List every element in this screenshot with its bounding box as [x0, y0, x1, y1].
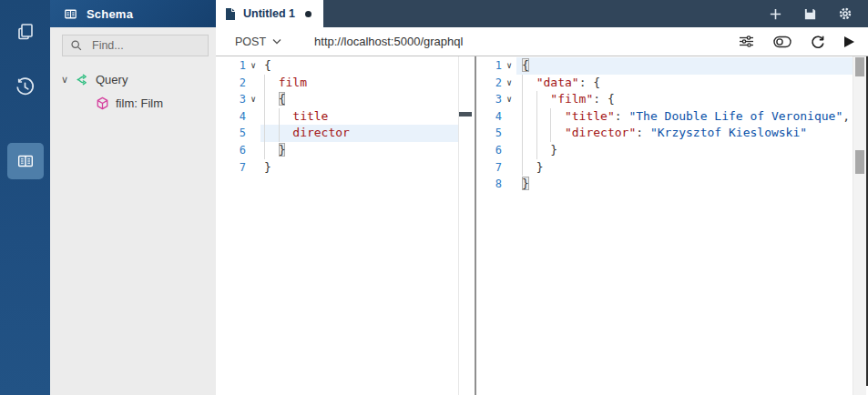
code-line-content[interactable]: {: [260, 57, 458, 75]
code-line[interactable]: 4 title: [216, 108, 458, 126]
nav-schema-docs[interactable]: [0, 137, 50, 186]
save-button[interactable]: [803, 7, 817, 21]
code-line[interactable]: 2 film: [216, 75, 458, 92]
code-line-content[interactable]: }: [516, 159, 853, 177]
tab-title: Untitled 1: [243, 7, 295, 20]
indent-guide: [279, 108, 280, 126]
whitespace: [522, 126, 565, 139]
settings-button[interactable]: [838, 6, 853, 21]
fold-spacer: [246, 108, 260, 126]
code-token: :: [615, 109, 629, 123]
fold-chevron-icon[interactable]: ∨: [502, 91, 516, 108]
line-number: 6: [216, 142, 246, 159]
code-line-content[interactable]: "director": "Krzysztof Kieslowski": [516, 125, 853, 142]
code-line-content[interactable]: }: [260, 159, 458, 177]
line-number: 3: [216, 91, 246, 108]
fold-chevron-icon[interactable]: ∨: [246, 91, 260, 108]
code-token: }: [536, 160, 544, 174]
request-options-button[interactable]: [739, 35, 754, 48]
code-token: "film": [550, 92, 593, 106]
history-icon: [14, 76, 36, 98]
response-editor[interactable]: 1∨{2∨ "data": {3∨ "film": {4 "title": "T…: [476, 57, 868, 193]
toggle-variables-button[interactable]: [773, 35, 791, 48]
refresh-icon: [811, 35, 825, 49]
modified-dot-icon: [305, 11, 311, 17]
code-line[interactable]: 5 "director": "Krzysztof Kieslowski": [476, 125, 853, 142]
scrollbar-thumb[interactable]: [855, 57, 864, 76]
fold-spacer: [502, 176, 516, 193]
query-overview-ruler[interactable]: [458, 56, 475, 395]
whitespace: [264, 143, 279, 157]
url-input[interactable]: http://localhost:5000/graphql: [314, 35, 463, 48]
indent-guide: [279, 125, 280, 142]
code-line[interactable]: 7}: [216, 159, 458, 177]
code-line[interactable]: 6 }: [476, 142, 853, 159]
method-select[interactable]: POST: [235, 35, 281, 48]
tab-bar: Untitled 1: [216, 0, 868, 27]
fold-chevron-icon[interactable]: ∨: [502, 57, 516, 75]
code-line[interactable]: 3∨ "film": {: [476, 91, 853, 108]
tree-item-query[interactable]: ∨ Query: [50, 67, 216, 91]
line-number: 5: [476, 125, 502, 142]
new-tab-button[interactable]: [769, 7, 782, 21]
code-token: "title": [565, 109, 615, 123]
code-line[interactable]: 1∨{: [216, 57, 458, 75]
indent-guide: [550, 108, 551, 126]
code-line-content[interactable]: "title": "The Double Life of Veronique",: [516, 108, 853, 126]
code-token: }: [264, 160, 271, 174]
indent-guide: [536, 91, 537, 108]
indent-guide: [264, 125, 265, 142]
fold-spacer: [246, 159, 260, 177]
code-line-content[interactable]: title: [260, 108, 458, 126]
code-token: title: [292, 109, 328, 123]
indent-guide: [536, 108, 537, 126]
code-line[interactable]: 2∨ "data": {: [476, 75, 853, 92]
code-line-content[interactable]: director: [260, 125, 458, 142]
schema-tree: ∨ Query film: [50, 67, 216, 115]
response-scrollbar[interactable]: [853, 56, 866, 395]
line-number: 8: [476, 176, 502, 193]
whitespace: [264, 92, 279, 106]
indent-guide: [264, 75, 265, 92]
fold-chevron-icon[interactable]: ∨: [246, 57, 260, 75]
line-number: 5: [216, 125, 246, 142]
tab-untitled-1[interactable]: Untitled 1: [216, 0, 323, 27]
indent-guide: [264, 142, 265, 159]
code-line[interactable]: 8}: [476, 176, 853, 193]
fold-spacer: [246, 125, 260, 142]
indent-guide: [522, 125, 523, 142]
refresh-button[interactable]: [811, 35, 825, 49]
query-type-icon: [76, 73, 89, 86]
indent-guide: [522, 91, 523, 108]
query-editor[interactable]: 1∨{2 film3∨ {4 title5 director6 }7}: [216, 57, 475, 176]
code-line-content[interactable]: "data": {: [516, 75, 853, 92]
fold-spacer: [246, 142, 260, 159]
code-line[interactable]: 4 "title": "The Double Life of Veronique…: [476, 108, 853, 126]
line-number: 4: [476, 108, 502, 126]
code-line-content[interactable]: "film": {: [516, 91, 853, 108]
code-line[interactable]: 3∨ {: [216, 91, 458, 108]
code-line[interactable]: 7 }: [476, 159, 853, 177]
nav-collections[interactable]: [0, 7, 50, 56]
line-number: 1: [476, 57, 502, 75]
main-area: Untitled 1: [216, 0, 868, 395]
fold-chevron-icon[interactable]: ∨: [502, 75, 516, 92]
code-line-content[interactable]: {: [260, 91, 458, 108]
line-number: 2: [216, 75, 246, 92]
code-line[interactable]: 6 }: [216, 142, 458, 159]
code-line-content[interactable]: }: [516, 142, 853, 159]
code-line[interactable]: 5 director: [216, 125, 458, 142]
run-button[interactable]: [844, 36, 854, 47]
schema-search-box[interactable]: [62, 35, 209, 56]
code-line-content[interactable]: film: [260, 75, 458, 92]
chevron-down-icon[interactable]: ∨: [57, 75, 72, 85]
code-line-content[interactable]: {: [516, 57, 853, 75]
tree-item-film[interactable]: film: Film: [50, 91, 216, 115]
code-token: film: [279, 76, 307, 89]
code-line-content[interactable]: }: [516, 176, 853, 193]
code-token: {: [522, 58, 529, 72]
nav-history[interactable]: [0, 62, 50, 111]
code-line[interactable]: 1∨{: [476, 57, 853, 75]
code-line-content[interactable]: }: [260, 142, 458, 159]
whitespace: [522, 160, 536, 174]
